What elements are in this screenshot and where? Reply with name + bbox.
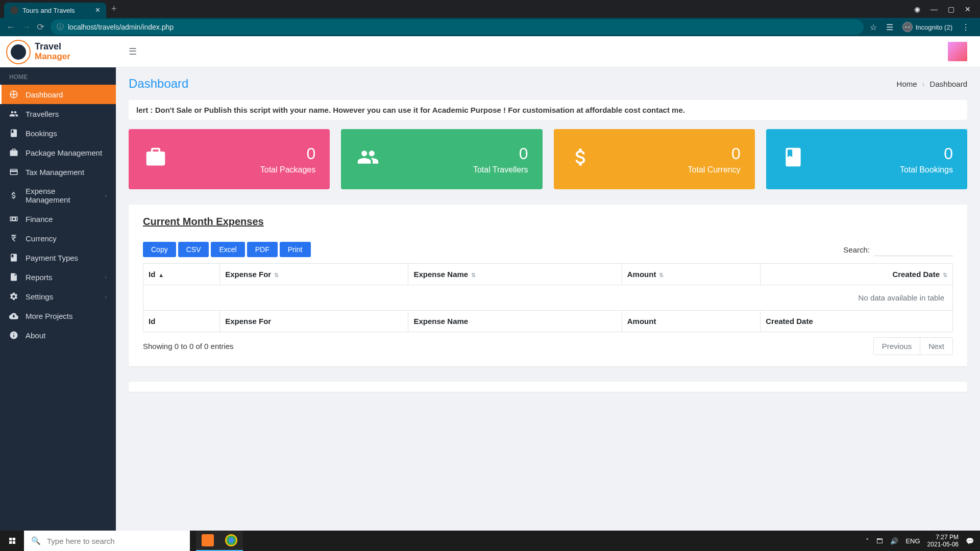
sidebar-item-travellers[interactable]: Travellers <box>0 104 116 123</box>
notifications-icon[interactable]: 💬 <box>966 537 974 545</box>
stat-total-packages[interactable]: 0 Total Packages <box>129 129 330 189</box>
breadcrumb-sep-icon: › <box>922 80 925 88</box>
sidebar-item-label: Finance <box>26 215 53 223</box>
next-button[interactable]: Next <box>920 337 953 355</box>
sidebar-item-expense-management[interactable]: Expense Management › <box>0 182 116 209</box>
stat-label: Total Bookings <box>900 165 953 174</box>
foot-id: Id <box>143 311 220 332</box>
tray-chevron-icon[interactable]: ˄ <box>866 537 869 545</box>
rupee-icon <box>9 234 18 243</box>
taskbar-app-chrome[interactable] <box>219 531 243 551</box>
col-id[interactable]: Id▲ <box>143 264 220 285</box>
sound-icon[interactable]: 🔊 <box>890 537 898 545</box>
search-icon: 🔍 <box>31 536 41 545</box>
taskbar-search[interactable]: 🔍 Type here to search <box>24 531 190 551</box>
chevron-right-icon: › <box>105 293 107 299</box>
incognito-icon: 👓 <box>902 22 913 32</box>
sidebar-item-label: Expense Management <box>26 187 97 204</box>
reload-icon[interactable]: ⟳ <box>37 21 44 33</box>
bookmark-icon[interactable]: ☆ <box>870 22 877 32</box>
expenses-panel: Current Month Expenses Copy CSV Excel PD… <box>129 205 967 366</box>
dashboard-icon <box>9 90 18 99</box>
clock[interactable]: 7:27 PM 2021-05-06 <box>927 534 959 548</box>
book-icon <box>780 146 806 173</box>
stat-value: 0 <box>688 144 741 163</box>
sidebar-item-finance[interactable]: Finance <box>0 209 116 229</box>
close-window-icon[interactable]: ✕ <box>965 5 971 13</box>
sidebar-item-label: Package Management <box>26 148 102 157</box>
new-tab-button[interactable]: + <box>111 4 117 14</box>
sidebar-item-dashboard[interactable]: Dashboard <box>0 85 116 104</box>
sidebar-item-label: Payment Types <box>26 254 78 262</box>
forward-icon[interactable]: → <box>21 22 31 33</box>
csv-button[interactable]: CSV <box>178 242 209 257</box>
sort-asc-icon: ▲ <box>158 272 164 278</box>
profile-icon[interactable]: ◉ <box>914 5 920 13</box>
stat-total-travellers[interactable]: 0 Total Travellers <box>341 129 542 189</box>
copy-button[interactable]: Copy <box>143 242 176 257</box>
sidebar-item-more-projects[interactable]: More Projects <box>0 306 116 325</box>
taskbar-app-xampp[interactable] <box>196 531 219 551</box>
battery-icon[interactable]: 🗔 <box>876 537 883 545</box>
browser-tab-bar: Tours and Travels × + ◉ — ▢ ✕ <box>0 0 980 18</box>
stat-total-bookings[interactable]: 0 Total Bookings <box>766 129 967 189</box>
dollar-icon <box>9 191 18 200</box>
sidebar-item-label: More Projects <box>26 312 73 320</box>
sidebar-item-label: Dashboard <box>26 90 63 99</box>
address-bar: ← → ⟳ ⓘ localhost/travels/admin/index.ph… <box>0 18 980 36</box>
tab-close-icon[interactable]: × <box>95 6 100 15</box>
sidebar-item-settings[interactable]: Settings › <box>0 287 116 306</box>
minimize-icon[interactable]: — <box>930 5 938 13</box>
foot-amount: Amount <box>622 311 761 332</box>
chevron-right-icon: › <box>105 192 107 198</box>
breadcrumb-home[interactable]: Home <box>897 80 917 88</box>
col-expense-for[interactable]: Expense For⇅ <box>220 264 408 285</box>
excel-button[interactable]: Excel <box>211 242 244 257</box>
browser-tab[interactable]: Tours and Travels × <box>4 3 106 18</box>
tab-favicon <box>10 6 18 14</box>
stat-total-currency[interactable]: 0 Total Currency <box>554 129 755 189</box>
sidebar-item-about[interactable]: About <box>0 325 116 345</box>
sidebar-item-tax-management[interactable]: Tax Management <box>0 162 116 182</box>
suitcase-icon <box>9 148 18 157</box>
brand-logo[interactable]: Travel Manager <box>0 36 116 67</box>
search-placeholder: Type here to search <box>47 537 115 545</box>
url-input[interactable]: ⓘ localhost/travels/admin/index.php <box>51 19 864 35</box>
sidebar-item-label: Currency <box>26 234 57 243</box>
site-info-icon[interactable]: ⓘ <box>57 22 64 32</box>
col-expense-name[interactable]: Expense Name⇅ <box>408 264 622 285</box>
sidebar-item-package-management[interactable]: Package Management <box>0 143 116 162</box>
search-input[interactable] <box>874 243 953 256</box>
pdf-button[interactable]: PDF <box>247 242 278 257</box>
tab-title: Tours and Travels <box>22 7 75 14</box>
user-avatar[interactable] <box>948 42 967 61</box>
previous-button[interactable]: Previous <box>873 337 920 355</box>
back-icon[interactable]: ← <box>6 22 15 33</box>
incognito-badge[interactable]: 👓 Incognito (2) <box>902 22 952 32</box>
col-created-date[interactable]: Created Date⇅ <box>761 264 953 285</box>
start-button[interactable] <box>0 531 24 551</box>
suitcase-icon <box>143 146 168 173</box>
sidebar-item-label: Settings <box>26 292 53 301</box>
sidebar-item-currency[interactable]: Currency <box>0 229 116 248</box>
topbar: ☰ <box>116 36 980 67</box>
sort-icon: ⇅ <box>943 272 947 278</box>
sidebar-item-payment-types[interactable]: Payment Types <box>0 248 116 267</box>
sidebar-item-label: Travellers <box>26 110 59 118</box>
sidebar-item-bookings[interactable]: Bookings <box>0 123 116 143</box>
chevron-right-icon: › <box>105 274 107 280</box>
sidebar-section-home: HOME <box>0 67 116 85</box>
col-amount[interactable]: Amount⇅ <box>622 264 761 285</box>
stat-label: Total Travellers <box>473 165 528 174</box>
sidebar-item-reports[interactable]: Reports › <box>0 267 116 287</box>
maximize-icon[interactable]: ▢ <box>948 5 954 13</box>
hamburger-icon[interactable]: ☰ <box>129 46 137 57</box>
users-icon <box>9 109 18 118</box>
browser-menu-icon[interactable]: ⋮ <box>962 22 970 32</box>
alert-banner: lert : Don't Sale or Publish this script… <box>129 100 967 120</box>
language-indicator[interactable]: ENG <box>905 537 920 545</box>
cash-icon <box>9 214 18 223</box>
reading-list-icon[interactable]: ☰ <box>886 22 893 32</box>
print-button[interactable]: Print <box>280 242 311 257</box>
sort-icon: ⇅ <box>471 272 476 278</box>
